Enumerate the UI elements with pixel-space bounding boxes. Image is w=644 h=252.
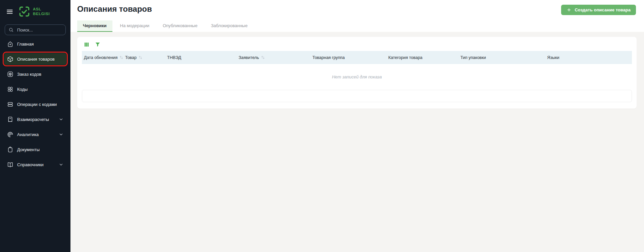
sidebar-item-label: Взаиморасчеты: [17, 117, 55, 122]
table-column-header: ТНВЭД: [165, 51, 237, 64]
sidebar-item[interactable]: Операции с кодами: [4, 98, 66, 110]
table-toolbar: [82, 41, 632, 51]
codes-icon: [7, 86, 13, 92]
main-content: Описания товаров Создать описание товара…: [70, 0, 644, 252]
sort-icon: [138, 55, 143, 60]
sidebar-item-label: Описания товаров: [17, 57, 55, 62]
pagination-area: [82, 90, 632, 102]
table-column-header: Языки: [545, 51, 632, 64]
create-product-description-button[interactable]: Создать описание товара: [561, 5, 636, 15]
sidebar-item[interactable]: Взаиморасчеты: [4, 113, 66, 125]
table-card: Дата обновления Товар: [77, 37, 637, 109]
sidebar-item[interactable]: Документы: [4, 143, 66, 155]
menu-toggle-button[interactable]: [6, 8, 14, 16]
table-header-row: Дата обновления Товар: [82, 51, 632, 64]
table-column-header[interactable]: Дата обновления: [82, 51, 123, 64]
brand-name-line2: BELGISI: [33, 12, 50, 16]
sidebar-item-label: Справочники: [17, 162, 55, 167]
sidebar: ASL BELGISI Главная Описания товаров: [0, 0, 70, 252]
page-body: Дата обновления Товар: [70, 32, 644, 252]
sidebar-item[interactable]: Заказ кодов: [4, 68, 66, 80]
table-column-header: Тип упаковки: [458, 51, 545, 64]
page-header: Описания товаров Создать описание товара…: [70, 0, 644, 32]
sort-icon: [119, 55, 123, 60]
package-icon: [7, 56, 13, 62]
table-column-header: Категория товара: [386, 51, 458, 64]
code-operations-icon: [7, 101, 13, 108]
order-codes-icon: [7, 71, 13, 77]
sidebar-item[interactable]: Описания товаров: [4, 53, 66, 65]
create-button-label: Создать описание товара: [575, 7, 631, 12]
plus-icon: [566, 7, 572, 12]
sidebar-item[interactable]: Справочники: [4, 159, 66, 171]
table-column-header[interactable]: Заявитель: [237, 51, 310, 64]
chevron-down-icon: [58, 162, 64, 167]
columns-icon: [84, 42, 90, 48]
tab[interactable]: На модерации: [114, 20, 155, 32]
sidebar-header: ASL BELGISI: [0, 0, 70, 21]
tab[interactable]: Опубликованные: [157, 20, 203, 32]
status-tabs: Черновики На модерации Опубликованные За…: [77, 20, 636, 32]
sidebar-item-label: Операции с кодами: [17, 102, 57, 107]
empty-state-message: Нет записей для показа: [82, 64, 632, 90]
directories-icon: [7, 162, 13, 168]
sidebar-item-label: Аналитика: [17, 132, 55, 137]
sidebar-item[interactable]: Аналитика: [4, 128, 66, 140]
documents-icon: [7, 146, 13, 153]
asl-logo-icon: [18, 5, 31, 18]
filter-icon: [95, 42, 101, 48]
tab[interactable]: Черновики: [77, 20, 112, 32]
brand-logo: ASL BELGISI: [18, 5, 50, 18]
settlements-icon: [7, 116, 13, 123]
chevron-down-icon: [58, 117, 64, 122]
home-icon: [7, 41, 13, 47]
page-title: Описания товаров: [77, 4, 152, 14]
analytics-icon: [7, 131, 13, 138]
sidebar-item-label: Заказ кодов: [17, 72, 55, 77]
column-settings-button[interactable]: [84, 42, 90, 48]
sidebar-item-label: Документы: [17, 147, 55, 152]
sidebar-search: [5, 24, 66, 35]
filter-button[interactable]: [95, 42, 101, 48]
search-input[interactable]: [16, 27, 62, 33]
table-column-header: Товарная группа: [310, 51, 386, 64]
sidebar-menu: Главная Описания товаров Заказ кодов: [0, 38, 70, 171]
sidebar-item[interactable]: Главная: [4, 38, 66, 50]
chevron-down-icon: [58, 132, 64, 137]
brand-name-line1: ASL: [33, 7, 50, 11]
app-root: ASL BELGISI Главная Описания товаров: [0, 0, 644, 252]
products-table: Дата обновления Товар: [82, 51, 632, 64]
sidebar-item[interactable]: Коды: [4, 83, 66, 95]
tab[interactable]: Заблокированные: [205, 20, 253, 32]
sidebar-item-label: Главная: [17, 42, 55, 47]
sidebar-item-label: Коды: [17, 87, 55, 92]
brand-name: ASL BELGISI: [33, 7, 50, 16]
table-column-header[interactable]: Товар: [123, 51, 165, 64]
search-icon: [8, 27, 14, 33]
sort-icon: [260, 55, 265, 60]
